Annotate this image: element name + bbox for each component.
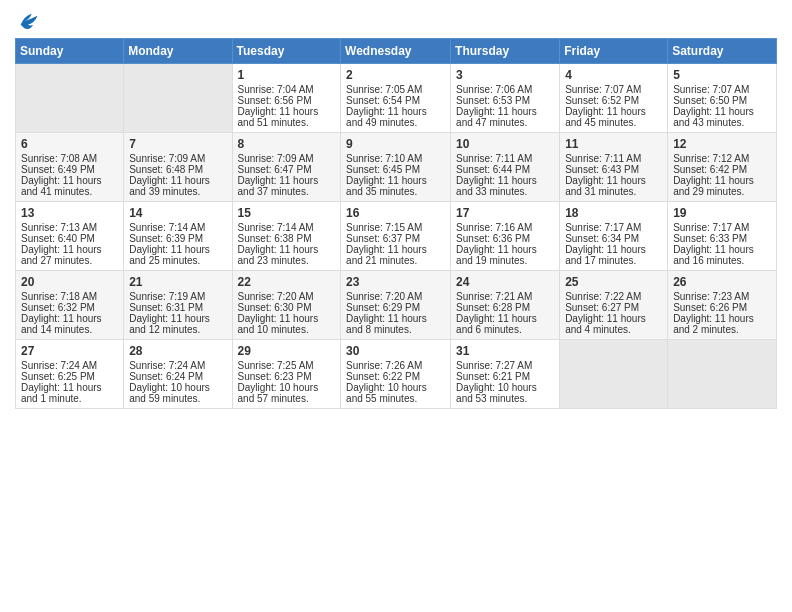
day-info-line: Daylight: 11 hours and 39 minutes. bbox=[129, 175, 226, 197]
day-number: 9 bbox=[346, 137, 445, 151]
day-info-line: Sunset: 6:54 PM bbox=[346, 95, 445, 106]
calendar-cell: 9Sunrise: 7:10 AMSunset: 6:45 PMDaylight… bbox=[341, 133, 451, 202]
day-info-line: Daylight: 11 hours and 43 minutes. bbox=[673, 106, 771, 128]
day-info-line: Sunset: 6:39 PM bbox=[129, 233, 226, 244]
day-info-line: Sunset: 6:33 PM bbox=[673, 233, 771, 244]
calendar-cell: 20Sunrise: 7:18 AMSunset: 6:32 PMDayligh… bbox=[16, 271, 124, 340]
calendar-week-2: 6Sunrise: 7:08 AMSunset: 6:49 PMDaylight… bbox=[16, 133, 777, 202]
day-header-thursday: Thursday bbox=[451, 39, 560, 64]
day-info-line: Sunrise: 7:14 AM bbox=[238, 222, 336, 233]
day-number: 5 bbox=[673, 68, 771, 82]
day-number: 8 bbox=[238, 137, 336, 151]
calendar-cell: 3Sunrise: 7:06 AMSunset: 6:53 PMDaylight… bbox=[451, 64, 560, 133]
day-info-line: Daylight: 11 hours and 19 minutes. bbox=[456, 244, 554, 266]
day-header-wednesday: Wednesday bbox=[341, 39, 451, 64]
calendar-cell: 4Sunrise: 7:07 AMSunset: 6:52 PMDaylight… bbox=[560, 64, 668, 133]
day-number: 22 bbox=[238, 275, 336, 289]
day-info-line: Daylight: 11 hours and 6 minutes. bbox=[456, 313, 554, 335]
day-number: 7 bbox=[129, 137, 226, 151]
day-number: 3 bbox=[456, 68, 554, 82]
day-number: 28 bbox=[129, 344, 226, 358]
day-number: 31 bbox=[456, 344, 554, 358]
day-number: 20 bbox=[21, 275, 118, 289]
calendar-cell: 13Sunrise: 7:13 AMSunset: 6:40 PMDayligh… bbox=[16, 202, 124, 271]
day-info-line: Sunset: 6:53 PM bbox=[456, 95, 554, 106]
day-info-line: Daylight: 11 hours and 4 minutes. bbox=[565, 313, 662, 335]
day-number: 23 bbox=[346, 275, 445, 289]
day-info-line: Sunset: 6:42 PM bbox=[673, 164, 771, 175]
day-info-line: Sunrise: 7:23 AM bbox=[673, 291, 771, 302]
days-of-week-row: SundayMondayTuesdayWednesdayThursdayFrid… bbox=[16, 39, 777, 64]
day-number: 6 bbox=[21, 137, 118, 151]
day-info-line: Daylight: 11 hours and 47 minutes. bbox=[456, 106, 554, 128]
day-info-line: Daylight: 11 hours and 1 minute. bbox=[21, 382, 118, 404]
calendar-week-5: 27Sunrise: 7:24 AMSunset: 6:25 PMDayligh… bbox=[16, 340, 777, 409]
day-info-line: Daylight: 11 hours and 35 minutes. bbox=[346, 175, 445, 197]
day-info-line: Sunrise: 7:12 AM bbox=[673, 153, 771, 164]
day-number: 18 bbox=[565, 206, 662, 220]
day-info-line: Sunrise: 7:17 AM bbox=[565, 222, 662, 233]
day-info-line: Sunset: 6:37 PM bbox=[346, 233, 445, 244]
calendar-cell: 19Sunrise: 7:17 AMSunset: 6:33 PMDayligh… bbox=[668, 202, 777, 271]
day-info-line: Sunset: 6:27 PM bbox=[565, 302, 662, 313]
day-number: 14 bbox=[129, 206, 226, 220]
calendar-week-3: 13Sunrise: 7:13 AMSunset: 6:40 PMDayligh… bbox=[16, 202, 777, 271]
day-info-line: Sunset: 6:22 PM bbox=[346, 371, 445, 382]
calendar-cell: 26Sunrise: 7:23 AMSunset: 6:26 PMDayligh… bbox=[668, 271, 777, 340]
day-info-line: Sunrise: 7:11 AM bbox=[456, 153, 554, 164]
calendar-cell: 8Sunrise: 7:09 AMSunset: 6:47 PMDaylight… bbox=[232, 133, 341, 202]
day-info-line: Sunset: 6:32 PM bbox=[21, 302, 118, 313]
day-info-line: Sunrise: 7:06 AM bbox=[456, 84, 554, 95]
day-info-line: Daylight: 10 hours and 53 minutes. bbox=[456, 382, 554, 404]
day-info-line: Sunset: 6:24 PM bbox=[129, 371, 226, 382]
day-number: 19 bbox=[673, 206, 771, 220]
day-info-line: Daylight: 11 hours and 14 minutes. bbox=[21, 313, 118, 335]
logo-bird-icon bbox=[17, 10, 39, 32]
day-info-line: Sunrise: 7:26 AM bbox=[346, 360, 445, 371]
day-info-line: Daylight: 11 hours and 29 minutes. bbox=[673, 175, 771, 197]
calendar-cell bbox=[124, 64, 232, 133]
day-info-line: Sunrise: 7:21 AM bbox=[456, 291, 554, 302]
day-info-line: Sunrise: 7:15 AM bbox=[346, 222, 445, 233]
day-info-line: Daylight: 11 hours and 23 minutes. bbox=[238, 244, 336, 266]
calendar-cell: 27Sunrise: 7:24 AMSunset: 6:25 PMDayligh… bbox=[16, 340, 124, 409]
calendar-week-4: 20Sunrise: 7:18 AMSunset: 6:32 PMDayligh… bbox=[16, 271, 777, 340]
calendar-cell: 21Sunrise: 7:19 AMSunset: 6:31 PMDayligh… bbox=[124, 271, 232, 340]
day-info-line: Sunrise: 7:14 AM bbox=[129, 222, 226, 233]
day-info-line: Sunset: 6:40 PM bbox=[21, 233, 118, 244]
calendar-cell: 25Sunrise: 7:22 AMSunset: 6:27 PMDayligh… bbox=[560, 271, 668, 340]
day-info-line: Sunrise: 7:09 AM bbox=[238, 153, 336, 164]
day-info-line: Sunset: 6:31 PM bbox=[129, 302, 226, 313]
day-info-line: Sunset: 6:28 PM bbox=[456, 302, 554, 313]
day-number: 1 bbox=[238, 68, 336, 82]
day-info-line: Daylight: 11 hours and 10 minutes. bbox=[238, 313, 336, 335]
day-info-line: Sunrise: 7:13 AM bbox=[21, 222, 118, 233]
day-info-line: Sunrise: 7:18 AM bbox=[21, 291, 118, 302]
calendar-week-1: 1Sunrise: 7:04 AMSunset: 6:56 PMDaylight… bbox=[16, 64, 777, 133]
day-info-line: Daylight: 11 hours and 51 minutes. bbox=[238, 106, 336, 128]
day-number: 25 bbox=[565, 275, 662, 289]
day-info-line: Sunset: 6:56 PM bbox=[238, 95, 336, 106]
day-info-line: Sunset: 6:52 PM bbox=[565, 95, 662, 106]
day-info-line: Sunset: 6:50 PM bbox=[673, 95, 771, 106]
day-info-line: Sunrise: 7:09 AM bbox=[129, 153, 226, 164]
calendar-cell: 15Sunrise: 7:14 AMSunset: 6:38 PMDayligh… bbox=[232, 202, 341, 271]
day-info-line: Sunrise: 7:07 AM bbox=[565, 84, 662, 95]
day-info-line: Sunset: 6:30 PM bbox=[238, 302, 336, 313]
day-info-line: Sunset: 6:25 PM bbox=[21, 371, 118, 382]
logo bbox=[15, 10, 39, 32]
day-info-line: Daylight: 11 hours and 31 minutes. bbox=[565, 175, 662, 197]
day-number: 29 bbox=[238, 344, 336, 358]
calendar-cell: 30Sunrise: 7:26 AMSunset: 6:22 PMDayligh… bbox=[341, 340, 451, 409]
day-info-line: Sunrise: 7:24 AM bbox=[129, 360, 226, 371]
day-info-line: Daylight: 10 hours and 59 minutes. bbox=[129, 382, 226, 404]
day-number: 27 bbox=[21, 344, 118, 358]
day-info-line: Sunrise: 7:08 AM bbox=[21, 153, 118, 164]
day-info-line: Sunset: 6:38 PM bbox=[238, 233, 336, 244]
day-info-line: Sunrise: 7:17 AM bbox=[673, 222, 771, 233]
calendar-cell: 11Sunrise: 7:11 AMSunset: 6:43 PMDayligh… bbox=[560, 133, 668, 202]
calendar-cell: 23Sunrise: 7:20 AMSunset: 6:29 PMDayligh… bbox=[341, 271, 451, 340]
day-info-line: Sunrise: 7:20 AM bbox=[238, 291, 336, 302]
day-info-line: Sunset: 6:44 PM bbox=[456, 164, 554, 175]
day-info-line: Sunset: 6:43 PM bbox=[565, 164, 662, 175]
